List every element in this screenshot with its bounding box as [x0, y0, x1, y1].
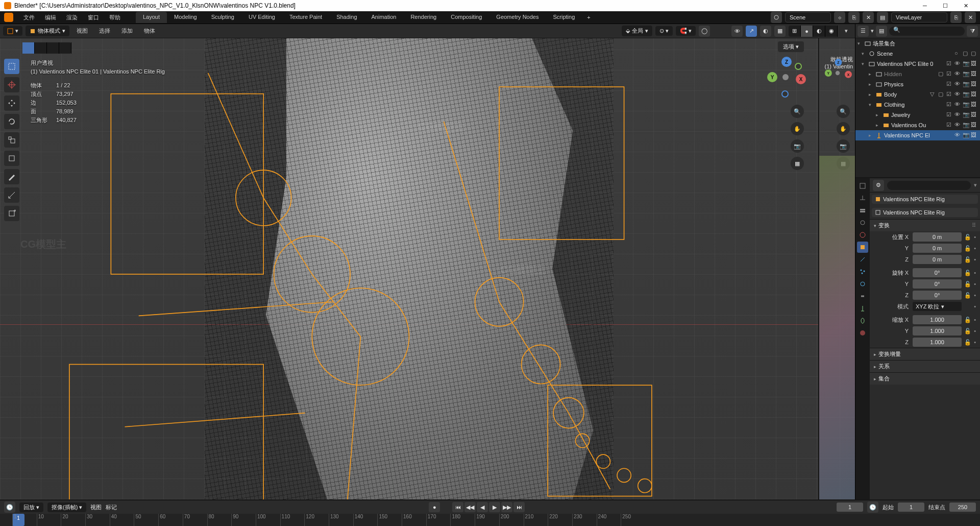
tool-rotate[interactable]: [4, 114, 19, 129]
workspace-layout[interactable]: Layout: [136, 12, 167, 23]
loc-y-field[interactable]: 0 m: [913, 244, 962, 253]
outliner-box-icon[interactable]: ▢: [938, 70, 945, 78]
rot-z-field[interactable]: 0°: [913, 291, 962, 300]
gizmo-neg-z-icon[interactable]: [781, 90, 789, 98]
outliner-cam-icon[interactable]: 📷: [963, 91, 970, 98]
shade-wireframe-icon[interactable]: ⊞: [789, 26, 801, 37]
ptab-viewlayer[interactable]: [857, 205, 868, 216]
tool-select[interactable]: [4, 59, 19, 74]
menu-window[interactable]: 窗口: [83, 12, 104, 23]
orientation-dropdown[interactable]: ⬙ 全局 ▾: [622, 26, 652, 36]
rot-x-field[interactable]: 0°: [913, 268, 962, 277]
outliner-square-icon[interactable]: ▢: [963, 50, 970, 57]
outliner-render-icon[interactable]: 🖼: [971, 122, 978, 129]
outliner-eye-icon[interactable]: 👁: [954, 111, 962, 118]
menu-render[interactable]: 渲染: [61, 12, 83, 23]
outliner-tri-icon[interactable]: ▽: [930, 91, 937, 98]
outliner-render-icon[interactable]: 🖼: [971, 91, 978, 98]
gizmo-z-icon[interactable]: Z: [781, 57, 792, 67]
timeline-ruler[interactable]: 1 11020304050607080901001101201301401501…: [0, 514, 980, 526]
workspace-compositing[interactable]: Compositing: [444, 12, 489, 23]
outliner-render-icon[interactable]: 🖼: [971, 132, 978, 139]
clock-icon[interactable]: 🕓: [867, 501, 878, 513]
shade-dropdown[interactable]: ▾: [841, 26, 852, 36]
outliner-eye-icon[interactable]: 👁: [954, 91, 962, 98]
menu-file[interactable]: 文件: [18, 12, 40, 23]
outliner-search[interactable]: 🔍: [889, 27, 965, 36]
outliner-square-icon[interactable]: ▢: [971, 50, 978, 57]
minimize-button[interactable]: ─: [915, 0, 935, 11]
outliner-editor-icon[interactable]: ☰: [857, 26, 869, 37]
workspace-geonodes[interactable]: Geometry Nodes: [489, 12, 546, 23]
overlays-icon[interactable]: ◐: [760, 26, 771, 37]
pan-icon[interactable]: ✋: [791, 122, 804, 135]
tree-row[interactable]: ▸Valentinos Ou☑👁📷🖼: [855, 120, 980, 130]
zoom-icon[interactable]: 🔍: [791, 105, 804, 118]
outliner-cam-icon[interactable]: 📷: [963, 122, 970, 129]
vp-menu-object[interactable]: 物体: [140, 26, 159, 36]
prev-key-icon[interactable]: ◀◀: [464, 502, 476, 512]
ptab-output[interactable]: [857, 193, 868, 204]
close-button[interactable]: ✕: [955, 0, 976, 11]
blender-icon[interactable]: [4, 13, 13, 22]
outliner-cam-icon[interactable]: 📷: [963, 132, 970, 139]
select-mode-tweak[interactable]: [22, 42, 35, 54]
outliner-eye-icon[interactable]: 👁: [954, 81, 962, 88]
perspective-icon[interactable]: ▦: [791, 157, 804, 170]
lock-icon[interactable]: 🔓: [964, 234, 972, 241]
tree-row-root[interactable]: ▾ 场景集合: [855, 38, 980, 49]
tree-row[interactable]: ▸Valentinos NPC El👁📷🖼: [855, 130, 980, 140]
outliner-cam-icon[interactable]: 📷: [963, 70, 970, 78]
options-dropdown[interactable]: 选项 ▾: [778, 41, 804, 52]
vp-menu-view[interactable]: 视图: [72, 26, 92, 36]
jump-end-icon[interactable]: ⏭: [513, 502, 525, 512]
viewport-main[interactable]: + 用户透视 (1) Valentinos NPC Elite 01 | Val…: [0, 38, 819, 499]
gizmo-neg-y-icon[interactable]: [795, 63, 802, 70]
tool-transform[interactable]: [4, 151, 19, 166]
zoom-icon-2[interactable]: 🔍: [837, 105, 850, 118]
outliner-eye-icon[interactable]: 👁: [954, 122, 962, 129]
play-icon[interactable]: ▶: [489, 502, 500, 512]
outliner-circle-icon[interactable]: ○: [954, 50, 962, 57]
snap-dropdown[interactable]: 🧲 ▾: [676, 26, 696, 36]
scene-browse-icon[interactable]: [771, 12, 782, 23]
ptab-armature[interactable]: [857, 303, 868, 314]
workspace-shading[interactable]: Shading: [329, 12, 364, 23]
breadcrumb-data[interactable]: Valentinos NPC Elite Rig: [872, 208, 978, 217]
panel-collections-header[interactable]: ▸集合: [870, 373, 980, 385]
outliner-check-icon[interactable]: ☑: [946, 70, 953, 78]
xray-icon[interactable]: ▦: [774, 26, 786, 37]
loc-z-field[interactable]: 0 m: [913, 255, 962, 264]
maximize-button[interactable]: ☐: [935, 0, 955, 11]
outliner-render-icon[interactable]: 🖼: [971, 70, 978, 78]
rot-y-field[interactable]: 0°: [913, 279, 962, 289]
ptab-material[interactable]: [857, 327, 868, 339]
viewlayer-browse-icon[interactable]: ▤: [877, 12, 888, 23]
outliner-check-icon[interactable]: ☑: [946, 122, 953, 129]
outliner-cam-icon[interactable]: 📷: [963, 101, 970, 108]
vp-menu-add[interactable]: 添加: [117, 26, 137, 36]
next-key-icon[interactable]: ▶▶: [501, 502, 512, 512]
workspace-rendering[interactable]: Rendering: [403, 12, 444, 23]
outliner-eye-icon[interactable]: 👁: [954, 60, 962, 67]
outliner-render-icon[interactable]: 🖼: [971, 101, 978, 108]
outliner-box-icon[interactable]: ▢: [938, 91, 945, 98]
workspace-modeling[interactable]: Modeling: [167, 12, 204, 23]
outliner-check-icon[interactable]: ☑: [946, 101, 953, 108]
gizmo-y-icon[interactable]: Y: [767, 72, 777, 82]
panel-relations-header[interactable]: ▸关系: [870, 361, 980, 372]
remove-viewlayer-icon[interactable]: ✕: [965, 12, 976, 23]
new-viewlayer-icon[interactable]: ⎘: [950, 12, 962, 23]
props-search[interactable]: [887, 181, 971, 190]
ptab-world[interactable]: [857, 229, 868, 241]
shade-solid-icon[interactable]: ●: [801, 26, 813, 37]
scale-z-field[interactable]: 1.000: [913, 338, 962, 347]
outliner-check-icon[interactable]: ☑: [946, 60, 953, 67]
outliner-cam-icon[interactable]: 📷: [963, 81, 970, 88]
outliner-cam-icon[interactable]: 📷: [963, 60, 970, 67]
shade-rendered-icon[interactable]: ◉: [825, 26, 838, 37]
start-frame-field[interactable]: 1: [898, 503, 924, 512]
tl-menu-marker[interactable]: 标记: [106, 504, 117, 511]
workspace-scripting[interactable]: Scripting: [546, 12, 582, 23]
viewlayer-selector[interactable]: ViewLayer: [891, 12, 947, 22]
